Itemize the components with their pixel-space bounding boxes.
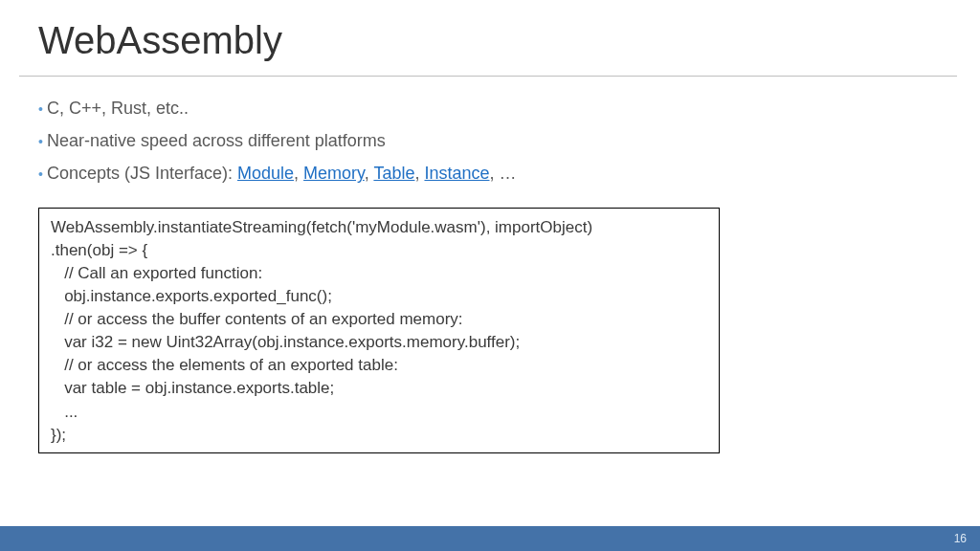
- code-line: });: [51, 424, 707, 447]
- bullet-text: Near-native speed across different platf…: [47, 124, 386, 157]
- bullet-item: • C, C++, Rust, etc..: [38, 92, 942, 124]
- code-block: WebAssembly.instantiateStreaming(fetch('…: [38, 208, 720, 453]
- page-number: 16: [954, 532, 967, 545]
- bullet-item: • Concepts (JS Interface): Module, Memor…: [38, 157, 942, 189]
- code-line: obj.instance.exports.exported_func();: [51, 285, 707, 308]
- bullet-dot-icon: •: [38, 162, 43, 187]
- code-line: .then(obj => {: [51, 239, 707, 262]
- bullet-item: • Near-native speed across different pla…: [38, 124, 942, 157]
- slide: WebAssembly • C, C++, Rust, etc.. • Near…: [0, 0, 980, 551]
- separator: ,: [414, 164, 424, 183]
- footer-bar: 16: [0, 526, 980, 551]
- bullet-dot-icon: •: [38, 97, 43, 122]
- title-divider: [19, 76, 957, 77]
- bullet-suffix: , …: [490, 164, 517, 183]
- bullet-list: • C, C++, Rust, etc.. • Near-native spee…: [38, 92, 942, 190]
- code-line: // Call an exported function:: [51, 262, 707, 285]
- code-line: // or access the buffer contents of an e…: [51, 308, 707, 331]
- link-instance[interactable]: Instance: [424, 164, 489, 183]
- code-line: var i32 = new Uint32Array(obj.instance.e…: [51, 331, 707, 354]
- bullet-prefix: Concepts (JS Interface):: [47, 164, 237, 183]
- separator: ,: [294, 164, 303, 183]
- code-line: ...: [51, 401, 707, 424]
- separator: ,: [365, 164, 374, 183]
- slide-title: WebAssembly: [38, 19, 942, 62]
- bullet-text: C, C++, Rust, etc..: [47, 92, 189, 124]
- link-table[interactable]: Table: [373, 164, 414, 183]
- link-module[interactable]: Module: [237, 164, 294, 183]
- bullet-dot-icon: •: [38, 129, 43, 155]
- code-line: WebAssembly.instantiateStreaming(fetch('…: [51, 216, 707, 239]
- bullet-text: Concepts (JS Interface): Module, Memory,…: [47, 157, 517, 189]
- code-line: // or access the elements of an exported…: [51, 354, 707, 377]
- code-line: var table = obj.instance.exports.table;: [51, 377, 707, 400]
- link-memory[interactable]: Memory: [303, 164, 365, 183]
